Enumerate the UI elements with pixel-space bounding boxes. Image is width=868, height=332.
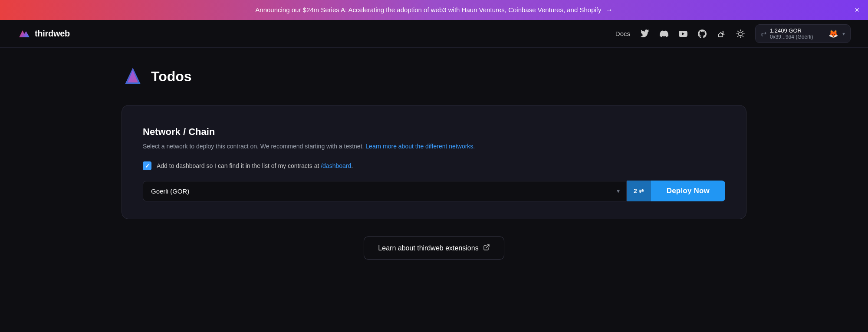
todos-app-icon [122, 65, 144, 88]
deploy-button-group: 2 ⇄ Deploy Now [627, 181, 725, 201]
page-title: Todos [151, 69, 192, 85]
network-switch-button[interactable]: 2 ⇄ [627, 181, 651, 201]
announcement-message: Announcing our $24m Series A: Accelerati… [255, 6, 601, 13]
wallet-button[interactable]: ⇄ 1.2409 GOR 0x39...9d4 (Goerli) 🦊 ▾ [755, 24, 851, 43]
checkbox-suffix: . [351, 162, 353, 169]
logo-text: thirdweb [35, 29, 70, 39]
dashboard-link[interactable]: /dashboard [321, 162, 351, 169]
dashboard-checkbox[interactable] [143, 161, 151, 170]
switch-count: 2 [634, 187, 637, 194]
docs-link[interactable]: Docs [615, 30, 630, 37]
network-section-description: Select a network to deploy this contract… [143, 142, 725, 151]
navbar-right: Docs ⇄ 1.2409 GOR 0x39...9d4 (Goerli) � [615, 24, 851, 43]
twitter-icon[interactable] [641, 30, 649, 38]
checkbox-label: Add to dashboard so I can find it in the… [157, 162, 353, 169]
github-icon[interactable] [698, 30, 707, 38]
extensions-button[interactable]: Learn about thirdweb extensions [364, 237, 504, 260]
svg-point-0 [739, 32, 742, 35]
discord-icon[interactable] [660, 30, 668, 38]
network-select[interactable]: Goerli (GOR) Ethereum (ETH) Polygon (MAT… [143, 181, 627, 201]
fuel-icon[interactable] [717, 30, 726, 38]
wallet-address: 0x39...9d4 (Goerli) [770, 34, 824, 40]
switch-arrows-icon: ⇄ [639, 187, 644, 194]
deploy-now-button[interactable]: Deploy Now [651, 181, 725, 201]
wallet-info: 1.2409 GOR 0x39...9d4 (Goerli) [770, 27, 824, 40]
deploy-card: Network / Chain Select a network to depl… [122, 105, 746, 219]
wallet-avatar: 🦊 [828, 28, 839, 39]
announcement-arrow: → [606, 6, 613, 13]
external-link-icon [483, 244, 490, 252]
announcement-close-button[interactable]: × [855, 6, 859, 14]
section-desc-text: Select a network to deploy this contract… [143, 143, 364, 150]
wallet-chevron-icon: ▾ [842, 31, 845, 37]
svg-line-4 [486, 245, 489, 248]
network-section-title: Network / Chain [143, 126, 725, 138]
announcement-banner: Announcing our $24m Series A: Accelerati… [0, 0, 868, 20]
navbar-left: thirdweb [17, 27, 70, 41]
announcement-text: Announcing our $24m Series A: Accelerati… [255, 6, 612, 14]
learn-networks-link[interactable]: Learn more about the different networks. [365, 143, 475, 150]
extensions-button-label: Learn about thirdweb extensions [378, 244, 478, 252]
wallet-balance: 1.2409 GOR [770, 27, 824, 34]
network-select-wrapper: Goerli (GOR) Ethereum (ETH) Polygon (MAT… [143, 181, 627, 201]
checkbox-label-text: Add to dashboard so I can find it in the… [157, 162, 319, 169]
deploy-actions: Goerli (GOR) Ethereum (ETH) Polygon (MAT… [143, 181, 725, 201]
wallet-arrows-icon: ⇄ [761, 30, 766, 38]
main-content: Todos Network / Chain Select a network t… [87, 48, 781, 277]
navbar: thirdweb Docs ⇄ 1.2409 GOR 0x39...9d [0, 20, 868, 48]
extensions-section: Learn about thirdweb extensions [122, 237, 746, 260]
dashboard-checkbox-row: Add to dashboard so I can find it in the… [143, 161, 725, 170]
page-header: Todos [122, 65, 746, 88]
logo[interactable]: thirdweb [17, 27, 70, 41]
thirdweb-logo-icon [17, 27, 31, 41]
youtube-icon[interactable] [679, 30, 687, 38]
settings-icon[interactable] [736, 30, 745, 38]
